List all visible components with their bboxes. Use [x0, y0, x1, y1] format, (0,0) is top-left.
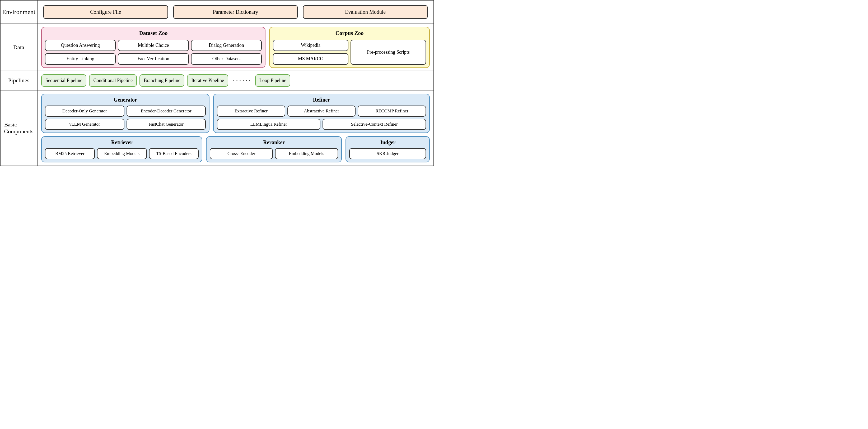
corpus-left-col: Wikipedia MS MARCO	[273, 40, 348, 65]
judger-container: Judger SKR Judger	[345, 136, 430, 163]
ms-marco-item: MS MARCO	[273, 53, 348, 64]
dataset-zoo-container: Dataset Zoo Question Answering Multiple …	[41, 27, 266, 68]
wikipedia-item: Wikipedia	[273, 40, 348, 51]
iterative-pipeline-box: Iterative Pipeline	[187, 74, 228, 87]
sequential-pipeline-box: Sequential Pipeline	[41, 74, 86, 87]
pipelines-content: Sequential Pipeline Conditional Pipeline…	[37, 71, 433, 90]
question-answering-item: Question Answering	[45, 40, 116, 51]
corpus-zoo-grid: Wikipedia MS MARCO Pre-processing Script…	[273, 40, 426, 65]
parameter-dictionary-box: Parameter Dictionary	[173, 5, 298, 19]
evaluation-module-box: Evaluation Module	[303, 5, 428, 19]
reranker-container: Reranker Cross- Encoder Embedding Models	[206, 136, 342, 163]
abstractive-refiner-item: Abstractive Refiner	[287, 106, 356, 117]
reranker-grid: Cross- Encoder Embedding Models	[210, 148, 338, 159]
generator-container: Generator Decoder-Only Generator Encoder…	[41, 94, 210, 133]
skr-judger-item: SKR Judger	[349, 148, 426, 159]
multiple-choice-item: Multiple Choice	[118, 40, 189, 51]
basic-components-row: Basic Components Generator Decoder-Only …	[1, 90, 433, 166]
decoder-only-generator-item: Decoder-Only Generator	[45, 106, 124, 117]
environment-content: Configure File Parameter Dictionary Eval…	[37, 1, 433, 24]
environment-row: Environment Configure File Parameter Dic…	[1, 1, 433, 24]
cross-encoder-item: Cross- Encoder	[210, 148, 273, 159]
selective-context-refiner-item: Selective-Context Refiner	[322, 119, 426, 130]
configure-file-box: Configure File	[43, 5, 168, 19]
preprocessing-scripts-item: Pre-processing Scripts	[350, 40, 426, 65]
generator-title: Generator	[45, 97, 206, 103]
fact-verification-item: Fact Verification	[118, 53, 189, 64]
bm25-retriever-item: BM25 Retriever	[45, 148, 95, 159]
judger-grid: SKR Judger	[349, 148, 426, 159]
retriever-title: Retriever	[45, 139, 199, 145]
encoder-decoder-generator-item: Encoder-Decoder Generator	[127, 106, 206, 117]
basic-components-label: Basic Components	[1, 90, 37, 166]
environment-label: Environment	[1, 1, 37, 24]
t5-based-encoders-item: T5-Based Encoders	[149, 148, 199, 159]
vllm-generator-item: vLLM Generator	[45, 119, 124, 130]
refiner-top-grid: Extractive Refiner Abstractive Refiner R…	[217, 106, 426, 117]
dataset-zoo-grid: Question Answering Multiple Choice Dialo…	[45, 40, 262, 65]
reranker-title: Reranker	[210, 139, 338, 145]
branching-pipeline-box: Branching Pipeline	[140, 74, 184, 87]
retriever-container: Retriever BM25 Retriever Embedding Model…	[41, 136, 202, 163]
extractive-refiner-item: Extractive Refiner	[217, 106, 285, 117]
embedding-models-reranker-item: Embedding Models	[275, 148, 338, 159]
components-top: Generator Decoder-Only Generator Encoder…	[41, 94, 430, 133]
data-content: Dataset Zoo Question Answering Multiple …	[37, 24, 433, 70]
judger-title: Judger	[349, 139, 426, 145]
refiner-bottom-grid: LLMLingua Refiner Selective-Context Refi…	[217, 119, 426, 130]
generator-grid: Decoder-Only Generator Encoder-Decoder G…	[45, 106, 206, 130]
refiner-container: Refiner Extractive Refiner Abstractive R…	[213, 94, 430, 133]
entity-linking-item: Entity Linking	[45, 53, 116, 64]
dataset-zoo-title: Dataset Zoo	[45, 30, 262, 36]
corpus-zoo-title: Corpus Zoo	[273, 30, 426, 36]
dialog-generation-item: Dialog Generation	[191, 40, 262, 51]
llmlingua-refiner-item: LLMLingua Refiner	[217, 119, 320, 130]
fastchat-generator-item: FastChat Generator	[127, 119, 206, 130]
pipelines-row: Pipelines Sequential Pipeline Conditiona…	[1, 71, 433, 90]
conditional-pipeline-box: Conditional Pipeline	[89, 74, 137, 87]
other-datasets-item: Other Datasets	[191, 53, 262, 64]
basic-components-content: Generator Decoder-Only Generator Encoder…	[37, 90, 433, 166]
data-label: Data	[1, 24, 37, 70]
refiner-title: Refiner	[217, 97, 426, 103]
data-row: Data Dataset Zoo Question Answering Mult…	[1, 24, 433, 71]
retriever-grid: BM25 Retriever Embedding Models T5-Based…	[45, 148, 199, 159]
loop-pipeline-box: Loop Pipeline	[255, 74, 290, 87]
embedding-models-retriever-item: Embedding Models	[97, 148, 147, 159]
pipelines-label: Pipelines	[1, 71, 37, 90]
pipeline-dots: · · · · · ·	[231, 77, 252, 84]
corpus-zoo-container: Corpus Zoo Wikipedia MS MARCO Pre-proces…	[269, 27, 430, 68]
main-diagram: Environment Configure File Parameter Dic…	[0, 0, 434, 166]
recomp-refiner-item: RECOMP Refiner	[358, 106, 426, 117]
components-bottom: Retriever BM25 Retriever Embedding Model…	[41, 136, 430, 163]
